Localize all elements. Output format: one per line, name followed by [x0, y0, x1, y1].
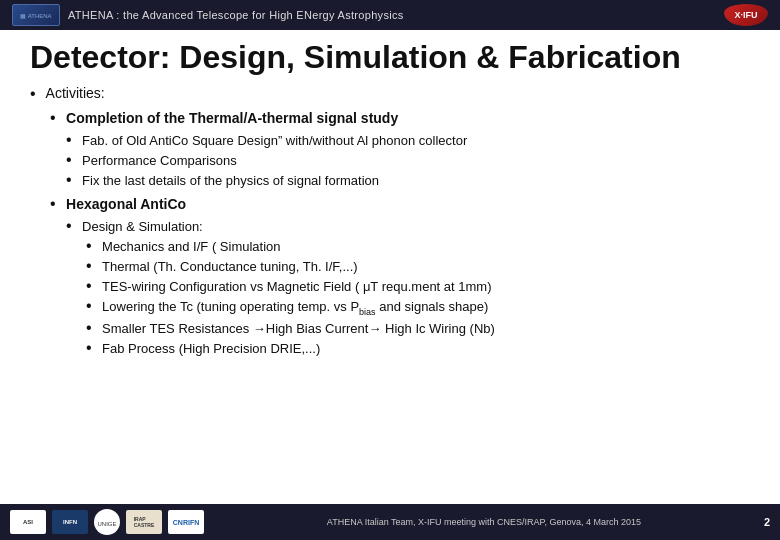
header-left: ▦ ATHENA ATHENA : the Advanced Telescope… [12, 4, 404, 26]
footer-logo-5: CNRIFN [168, 510, 204, 534]
footer-logo-3: UNIGE [94, 509, 120, 535]
list-item: • Smaller TES Resistances →High Bias Cur… [86, 319, 750, 337]
header-title: ATHENA : the Advanced Telescope for High… [68, 9, 404, 21]
list-item: • Lowering the Tc (tuning operating temp… [86, 297, 750, 317]
sub-item-text: Fab. of Old AntiCo Square Design” with/w… [82, 133, 467, 148]
footer-logo-4: IRAPCASTRE [126, 510, 162, 534]
list-item: • Hexagonal AntiCo [50, 195, 750, 213]
footer-logos: ASI INFN UNIGE IRAPCASTRE CNRIFN [10, 509, 204, 535]
sub-item-text: Fix the last details of the physics of s… [82, 173, 379, 188]
activities-label: Activities: [46, 85, 105, 101]
sub-item-text: TES-wiring Configuration vs Magnetic Fie… [102, 279, 491, 294]
list-item: • Fix the last details of the physics of… [66, 171, 750, 189]
sub-item-text: Smaller TES Resistances →High Bias Curre… [102, 321, 495, 336]
list-item: • TES-wiring Configuration vs Magnetic F… [86, 277, 750, 295]
footer: ASI INFN UNIGE IRAPCASTRE CNRIFN ATHENA … [0, 504, 780, 540]
bullet-dot: • [30, 85, 36, 103]
slide-title: Detector: Design, Simulation & Fabricati… [30, 40, 750, 75]
header-bar: ▦ ATHENA ATHENA : the Advanced Telescope… [0, 0, 780, 30]
sub-item-text: Thermal (Th. Conductance tuning, Th. I/F… [102, 259, 358, 274]
list-item: • Mechanics and I/F ( Simulation [86, 237, 750, 255]
design-sim-label: Design & Simulation: [82, 219, 203, 234]
sub-item-text: Fab Process (High Precision DRIE,...) [102, 341, 320, 356]
list-item: • Thermal (Th. Conductance tuning, Th. I… [86, 257, 750, 275]
list-item: • Design & Simulation: [66, 217, 750, 235]
sub-item-text: Lowering the Tc (tuning operating temp. … [102, 299, 488, 314]
list-item: • Fab. of Old AntiCo Square Design” with… [66, 131, 750, 149]
footer-text: ATHENA Italian Team, X-IFU meeting with … [204, 517, 764, 527]
footer-logo-1: ASI [10, 510, 46, 534]
item1-label: Completion of the Thermal/A-thermal sign… [66, 110, 398, 126]
list-item: • Fab Process (High Precision DRIE,...) [86, 339, 750, 357]
slide-content: Detector: Design, Simulation & Fabricati… [0, 30, 780, 367]
footer-page-num: 2 [764, 516, 770, 528]
list-item: • Completion of the Thermal/A-thermal si… [50, 109, 750, 127]
svg-text:UNIGE: UNIGE [97, 521, 116, 527]
footer-logo-2: INFN [52, 510, 88, 534]
header-logo: ▦ ATHENA [12, 4, 60, 26]
sub-item-text: Performance Comparisons [82, 153, 237, 168]
header-right-logo: X·IFU [724, 4, 768, 26]
item2-label: Hexagonal AntiCo [66, 196, 186, 212]
sub-item-text: Mechanics and I/F ( Simulation [102, 239, 280, 254]
list-item: • Performance Comparisons [66, 151, 750, 169]
